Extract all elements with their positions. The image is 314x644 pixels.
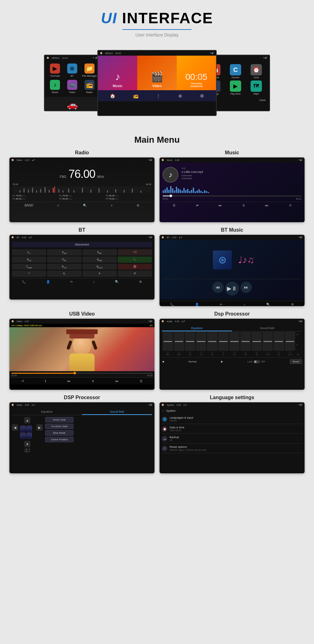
nav-settings-icon[interactable]: ⚙ — [200, 93, 204, 98]
eq-track-60[interactable] — [163, 332, 173, 351]
showcase-item-youtube[interactable]: ▶ YouTube — [48, 63, 62, 77]
band-btn[interactable]: BAND — [24, 204, 33, 207]
preset-p6[interactable]: P6 76.00 MHz — [106, 198, 151, 200]
sf-arrow-up[interactable]: ▲ — [24, 417, 30, 423]
codriver-seat-btn[interactable]: Co-driver Seat — [45, 424, 73, 429]
lang-item-backup[interactable]: ☁ Backup Off — [162, 434, 302, 443]
key-call[interactable]: 📞 — [118, 256, 152, 263]
video-info-btn[interactable]: ℹ — [45, 379, 46, 383]
eq-track-2_5k[interactable] — [240, 332, 251, 351]
lang-item-languages[interactable]: 🌐 Languages & input Gboard — [162, 414, 302, 424]
nav-apps-icon[interactable]: ⋮ — [156, 93, 160, 98]
nav-radio-icon[interactable]: 📻 — [133, 93, 138, 98]
maps-item[interactable]: 🗺 Maps — [247, 80, 266, 95]
eq-track-1_5k[interactable] — [229, 332, 240, 351]
eq-handle-1_5k[interactable] — [230, 341, 239, 342]
video-tile[interactable]: 🎬 Video — [137, 56, 176, 90]
video-seekbar[interactable] — [11, 373, 153, 374]
btm-call-icon[interactable]: 📞 — [170, 303, 174, 306]
bt-call-icon[interactable]: 📞 — [22, 280, 26, 283]
eq-handle-200[interactable] — [197, 341, 205, 342]
video-play-btn[interactable]: ⏸ — [91, 379, 95, 383]
showcase-item-video[interactable]: 📹 Video — [65, 80, 80, 94]
chrome-item[interactable]: C Chrome — [226, 64, 245, 79]
preset-p1[interactable]: P1 76.00 MHz — [13, 195, 58, 197]
key-refresh[interactable]: ↺ — [118, 271, 152, 277]
video-repeat-btn[interactable]: ↺ — [21, 379, 24, 383]
key-star[interactable]: * — [12, 271, 46, 277]
eq-track-500[interactable] — [207, 332, 217, 351]
eq-handle-100[interactable] — [186, 341, 194, 342]
sf-arrow-right[interactable]: ▶ — [36, 424, 43, 431]
eq-handle-2_5k[interactable] — [241, 341, 250, 342]
eq-handle-17_5k[interactable] — [286, 341, 294, 342]
video-prev-btn[interactable]: ⏮ — [67, 379, 70, 383]
soundfield-tab[interactable]: Sound field — [232, 326, 302, 331]
key-0[interactable]: 0+ — [47, 271, 81, 277]
btm-settings-icon[interactable]: ⚙ — [291, 303, 294, 306]
music-tile[interactable]: ♪ Music — [98, 56, 137, 90]
btm-contacts-icon[interactable]: 👤 — [195, 303, 199, 306]
dsp2-soundfield-tab[interactable]: Sound field — [82, 409, 152, 415]
video-playlist-btn[interactable]: ☰ — [140, 379, 143, 383]
prev-btn[interactable]: « — [57, 204, 59, 207]
music-progress-bar[interactable] — [163, 195, 301, 196]
dsp-reset-btn[interactable]: Reset — [290, 359, 302, 364]
dsp-prev-icon[interactable]: ◀ — [162, 360, 164, 363]
clock-item[interactable]: ⏰ Clock — [247, 64, 266, 79]
key-9[interactable]: 9WXYZ — [83, 264, 117, 270]
eq-track-12_5k[interactable] — [263, 332, 273, 351]
eq-handle-10k[interactable] — [252, 341, 261, 342]
bt-contacts-icon[interactable]: 👤 — [46, 280, 50, 283]
video-next-btn[interactable]: ⏭ — [116, 379, 119, 383]
lang-back-nav[interactable]: ← System — [162, 409, 302, 412]
lang-item-datetime[interactable]: ⏰ Date & time GMT+00:00 — [162, 424, 302, 434]
sf-arrow-left[interactable]: ◀ — [12, 424, 18, 431]
eq-handle-12_5k[interactable] — [263, 341, 272, 342]
key-8[interactable]: 8TUV — [47, 264, 81, 270]
rear-mode-btn[interactable]: Rear Mode — [45, 430, 73, 436]
driver-seat-btn[interactable]: Driver Seat — [45, 417, 73, 422]
play-pause-btn[interactable]: ⏸ — [242, 204, 245, 207]
playstore-item[interactable]: ▶ Play Store — [226, 80, 245, 95]
btm-search-icon[interactable]: 🔍 — [266, 303, 270, 306]
eq-track-80[interactable] — [174, 332, 184, 351]
showcase-item-filemanager[interactable]: 📁 File Manager — [82, 63, 97, 77]
search-btn[interactable]: 🔍 — [83, 204, 87, 207]
bt-search-icon[interactable]: 🔍 — [115, 280, 119, 283]
preset-p2[interactable]: P2 79.50 MHz — [59, 195, 105, 197]
settings-btn[interactable]: ⚙ — [137, 204, 139, 207]
key-7[interactable]: 7PQRS — [12, 264, 46, 270]
btm-dialpad-icon[interactable]: ✏ — [220, 303, 222, 306]
key-hash[interactable]: # — [83, 271, 117, 277]
lang-item-reset[interactable]: ↺ Reset options Network, apps, or device… — [162, 443, 302, 453]
key-del[interactable]: ⌫ — [118, 249, 152, 256]
shuffle-btn[interactable]: ⇄ — [196, 204, 198, 207]
playlist-btn[interactable]: ☰ — [173, 204, 176, 207]
eq-track-100[interactable] — [185, 332, 195, 351]
eq-track-15k[interactable] — [273, 332, 284, 351]
key-3[interactable]: 3DEF — [83, 249, 117, 256]
key-end[interactable]: 📵 — [118, 264, 152, 270]
key-2[interactable]: 2ABC — [47, 249, 81, 256]
key-4[interactable]: 4GHI — [12, 256, 46, 263]
dsp-next-icon[interactable]: ▶ — [221, 360, 223, 363]
showcase-item-radio[interactable]: 📻 Radio — [82, 80, 97, 94]
preset-p3[interactable]: P3 83.00 MHz — [106, 195, 151, 197]
nav-bt-icon[interactable]: ⊛ — [178, 93, 182, 98]
showcase-item-music[interactable]: ♪ Music — [48, 80, 62, 94]
sf-arrow-down[interactable]: ▼ — [24, 441, 30, 447]
btm-play-btn[interactable]: ▶⏸ — [225, 282, 239, 295]
eq-handle-500[interactable] — [208, 341, 217, 342]
preset-p4[interactable]: P4 86.50 MHz — [13, 198, 58, 200]
key-1[interactable]: 1□□ — [12, 249, 46, 256]
bt-settings-icon[interactable]: ⚙ — [139, 280, 142, 283]
eq-track-200[interactable] — [196, 332, 206, 351]
loud-toggle[interactable]: Loud. OFF — [247, 360, 266, 363]
btm-music-icon[interactable]: ♪ — [244, 303, 245, 306]
nav-home-icon[interactable]: 🏠 — [110, 93, 115, 98]
eq-track-1k[interactable] — [218, 332, 229, 351]
prev-track-btn[interactable]: ⏮ — [219, 204, 222, 207]
preset-p5[interactable]: P5 90.00 MHz — [59, 198, 105, 200]
next-track-btn[interactable]: ⏭ — [265, 204, 268, 207]
